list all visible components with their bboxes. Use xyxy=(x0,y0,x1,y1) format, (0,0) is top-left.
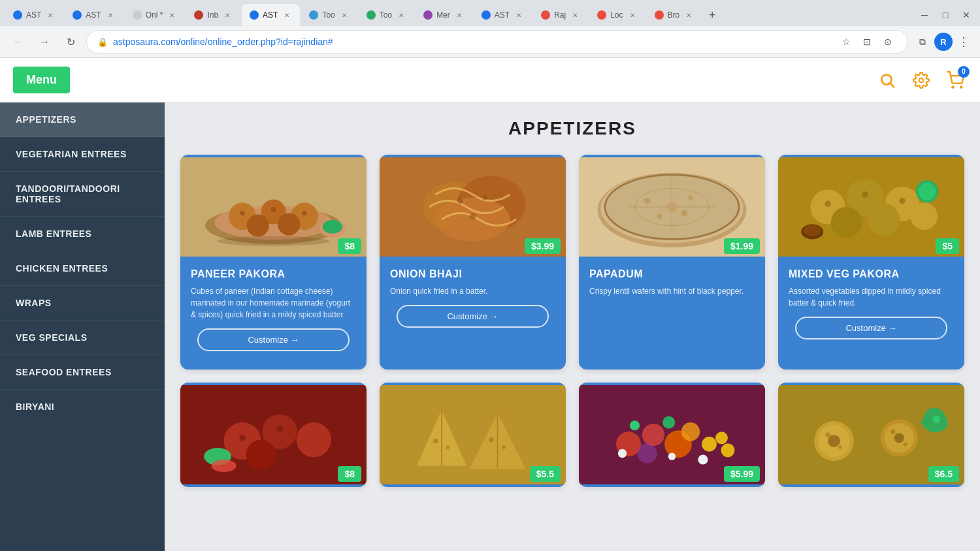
tab-favicon-icon xyxy=(250,10,259,20)
tab-t11[interactable]: Loc✕ xyxy=(589,4,645,26)
svg-point-103 xyxy=(838,445,842,449)
svg-point-46 xyxy=(831,207,862,238)
tab-close-button[interactable]: ✕ xyxy=(683,10,694,20)
new-tab-button[interactable]: + xyxy=(703,6,721,24)
browser-menu-button[interactable]: ⋮ xyxy=(955,32,972,52)
card-image-wrapper: $8 xyxy=(180,155,367,259)
card-title: MIXED VEG PAKORA xyxy=(789,268,954,280)
tab-t7[interactable]: Too✕ xyxy=(359,4,414,26)
tab-title: AST xyxy=(263,10,278,20)
tab-favicon-icon xyxy=(541,10,550,20)
tab-t2[interactable]: AST✕ xyxy=(65,4,123,26)
tab-close-button[interactable]: ✕ xyxy=(396,10,406,20)
customize-button[interactable]: Customize → xyxy=(795,317,947,339)
tab-close-button[interactable]: ✕ xyxy=(514,10,524,20)
tab-controls: ─ □ ✕ xyxy=(916,7,975,24)
tab-title: Too xyxy=(380,10,392,20)
tab-t1[interactable]: AST✕ xyxy=(5,4,63,26)
price-badge: $5.5 xyxy=(530,466,561,482)
tab-t8[interactable]: Mer✕ xyxy=(416,4,472,26)
tab-close-button[interactable]: ✕ xyxy=(627,10,638,20)
svg-point-11 xyxy=(247,214,269,236)
card-title: PAPADUM xyxy=(589,268,755,280)
menu-grid-row1: $8PANEER PAKORACubes of paneer (Indian c… xyxy=(180,155,964,370)
svg-point-47 xyxy=(868,203,900,235)
svg-point-12 xyxy=(278,213,300,236)
search-button[interactable] xyxy=(875,69,899,92)
tab-close-button[interactable]: ✕ xyxy=(222,10,233,20)
card-description: Cubes of paneer (Indian cottage cheese) … xyxy=(191,285,356,321)
svg-point-76 xyxy=(489,437,494,443)
tab-t3[interactable]: Onl *✕ xyxy=(125,4,186,26)
sidebar-item-3[interactable]: LAMB ENTREES xyxy=(0,217,165,251)
svg-line-1 xyxy=(890,83,894,87)
menu-button[interactable]: Menu xyxy=(13,67,70,93)
sidebar-item-4[interactable]: CHICKEN ENTREES xyxy=(0,251,165,286)
svg-point-77 xyxy=(502,445,506,449)
card-description: Assorted vegetables dipped in mildly spi… xyxy=(789,285,954,309)
menu-card-onion-bhaji: $3.99ONION BHAJIOnion quick fried in a b… xyxy=(380,155,566,370)
sidebar-item-8[interactable]: BIRYANI xyxy=(0,390,165,424)
sidebar-item-0[interactable]: APPETIZERS xyxy=(0,102,165,137)
tab-close-button[interactable]: ✕ xyxy=(454,10,465,20)
extensions-icon[interactable]: ⧉ xyxy=(913,33,932,51)
sidebar-item-6[interactable]: VEG SPECIALS xyxy=(0,321,165,355)
address-bar[interactable]: 🔒 astposaura.com/online/online_order.php… xyxy=(86,30,908,54)
svg-point-105 xyxy=(904,442,907,446)
tab-favicon-icon xyxy=(13,10,22,20)
svg-point-55 xyxy=(899,198,906,204)
cast-icon[interactable]: ⊡ xyxy=(858,33,876,51)
customize-button[interactable]: Customize → xyxy=(197,328,350,351)
svg-point-24 xyxy=(457,198,464,204)
profile-button[interactable]: R xyxy=(934,33,953,51)
svg-point-97 xyxy=(828,435,840,447)
svg-point-64 xyxy=(239,435,246,441)
tab-t10[interactable]: Raj✕ xyxy=(533,4,588,26)
header-icons: 0 xyxy=(875,69,967,92)
tab-t5[interactable]: AST✕ xyxy=(242,4,300,26)
tab-favicon-icon xyxy=(367,10,376,20)
tab-title: Raj xyxy=(554,10,566,20)
tab-close-button[interactable]: ✕ xyxy=(45,10,56,20)
settings-button[interactable] xyxy=(909,69,933,92)
svg-point-75 xyxy=(446,445,450,449)
tab-close-button[interactable]: ✕ xyxy=(105,10,116,20)
tab-t6[interactable]: Too✕ xyxy=(301,4,357,26)
sidebar-item-1[interactable]: VEGETARIAN ENTREES xyxy=(0,137,165,172)
tab-close-button[interactable]: ✕ xyxy=(570,10,580,20)
svg-point-48 xyxy=(910,202,938,230)
customize-button[interactable]: Customize → xyxy=(397,305,549,328)
tab-t12[interactable]: Bro✕ xyxy=(647,4,702,26)
tab-t4[interactable]: Inb✕ xyxy=(186,4,240,26)
card-image-wrapper: $5.99 xyxy=(579,383,765,487)
svg-point-100 xyxy=(894,433,904,443)
close-button[interactable]: ✕ xyxy=(958,7,975,24)
tab-close-button[interactable]: ✕ xyxy=(339,10,350,20)
forward-button[interactable]: → xyxy=(34,31,55,52)
tab-favicon-icon xyxy=(194,10,203,20)
tab-title: Onl * xyxy=(146,10,163,20)
price-badge: $8 xyxy=(338,238,361,254)
tab-close-button[interactable]: ✕ xyxy=(167,10,177,20)
svg-point-25 xyxy=(483,195,488,200)
tab-title: Inb xyxy=(207,10,218,20)
tab-title: Too xyxy=(322,10,335,20)
bookmark-star-icon[interactable]: ☆ xyxy=(837,33,855,51)
restore-button[interactable]: □ xyxy=(937,7,954,24)
sidebar-item-7[interactable]: SEAFOOD ENTREES xyxy=(0,355,165,390)
back-button[interactable]: ← xyxy=(8,31,29,52)
reload-button[interactable]: ↻ xyxy=(60,31,81,52)
sidebar-item-5[interactable]: WRAPS xyxy=(0,286,165,321)
cart-button[interactable]: 0 xyxy=(943,69,967,92)
svg-point-14 xyxy=(271,207,276,212)
sidebar-item-2[interactable]: TANDOORI/TANDOORI ENTREES xyxy=(0,172,165,217)
card-image-wrapper: $6.5 xyxy=(778,383,964,487)
tab-favicon-icon xyxy=(133,10,142,20)
tab-close-button[interactable]: ✕ xyxy=(282,10,292,20)
tab-t9[interactable]: AST✕ xyxy=(474,4,532,26)
share-icon[interactable]: ⊙ xyxy=(879,33,897,51)
card-title: PANEER PAKORA xyxy=(191,268,356,280)
svg-point-101 xyxy=(933,416,940,423)
minimize-button[interactable]: ─ xyxy=(916,7,933,24)
card-description: Crispy lentil wafers with hint of black … xyxy=(589,285,755,297)
